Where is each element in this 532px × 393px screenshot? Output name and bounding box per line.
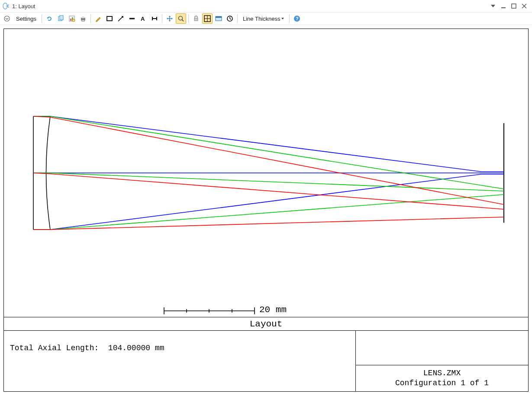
minimize-button[interactable] (498, 2, 509, 10)
svg-rect-1 (501, 7, 506, 8)
toolbar-separator (289, 14, 290, 23)
zoom-tool-button[interactable] (176, 13, 186, 24)
dropdown-arrow-icon (281, 18, 284, 19)
svg-rect-26 (216, 16, 222, 18)
settings-button[interactable]: Settings (13, 13, 39, 24)
help-button[interactable]: ? (292, 13, 302, 24)
toolbar-separator (162, 14, 162, 23)
text-tool-button[interactable]: A (138, 13, 148, 24)
clock-button[interactable] (225, 13, 235, 24)
close-button[interactable] (519, 2, 529, 10)
line-thickness-dropdown[interactable]: Line Thickness (240, 13, 287, 24)
line-thickness-label: Line Thickness (243, 16, 280, 22)
info-right-panel: LENS.ZMX Configuration 1 of 1 (356, 331, 528, 391)
settings-dropdown-button[interactable] (2, 13, 12, 24)
configuration-label: Configuration 1 of 1 (395, 378, 489, 388)
dimension-tool-button[interactable] (149, 13, 160, 24)
svg-point-3 (4, 16, 10, 21)
lock-aspect-button[interactable] (191, 13, 201, 24)
arrow-tool-button[interactable] (116, 13, 126, 24)
filename-label: LENS.ZMX (423, 368, 461, 378)
maximize-button[interactable] (509, 2, 519, 10)
line-tool-button[interactable] (127, 13, 137, 24)
window-title: 1: Layout (12, 3, 35, 10)
window-titlebar: 1: Layout (0, 0, 532, 12)
svg-line-20 (182, 20, 184, 22)
toolbar: Settings A (0, 12, 532, 25)
rectangle-tool-button[interactable] (104, 13, 115, 24)
svg-point-9 (72, 19, 75, 22)
window-menu-button[interactable] (488, 2, 498, 10)
toolbar-separator (90, 14, 91, 23)
toolbar-separator (237, 14, 238, 23)
svg-text:?: ? (296, 16, 299, 21)
refresh-button[interactable] (44, 13, 55, 24)
svg-rect-2 (512, 4, 516, 8)
plot-title-band: Layout (4, 317, 528, 331)
svg-rect-5 (60, 16, 63, 20)
layout-plot (4, 29, 528, 317)
svg-rect-21 (194, 18, 198, 21)
svg-point-19 (178, 16, 182, 20)
info-right-top (356, 331, 528, 365)
print-button[interactable] (78, 13, 88, 24)
info-right-bottom: LENS.ZMX Configuration 1 of 1 (356, 365, 528, 391)
scale-bar-label: 20 mm (259, 305, 287, 315)
toolbar-separator (42, 14, 42, 23)
canvas-area[interactable]: 20 mm Layout Total Axial Length: 104.000… (0, 25, 532, 393)
crosshair-button[interactable] (202, 13, 213, 24)
info-left-panel: Total Axial Length: 104.00000 mm (4, 331, 356, 391)
app-icon (3, 3, 10, 10)
svg-rect-13 (107, 16, 112, 21)
info-band: Total Axial Length: 104.00000 mm LENS.ZM… (4, 331, 528, 391)
svg-rect-11 (82, 16, 84, 18)
plot-frame: 20 mm Layout Total Axial Length: 104.000… (3, 29, 529, 392)
save-chart-button[interactable] (67, 13, 77, 24)
pencil-tool-button[interactable] (93, 13, 103, 24)
svg-rect-7 (70, 19, 71, 21)
svg-rect-12 (82, 20, 84, 21)
toolbar-separator (188, 14, 189, 23)
copy-button[interactable] (55, 13, 66, 24)
window-layout-button[interactable] (213, 13, 224, 24)
svg-text:A: A (141, 16, 145, 22)
pan-tool-button[interactable] (164, 13, 175, 24)
